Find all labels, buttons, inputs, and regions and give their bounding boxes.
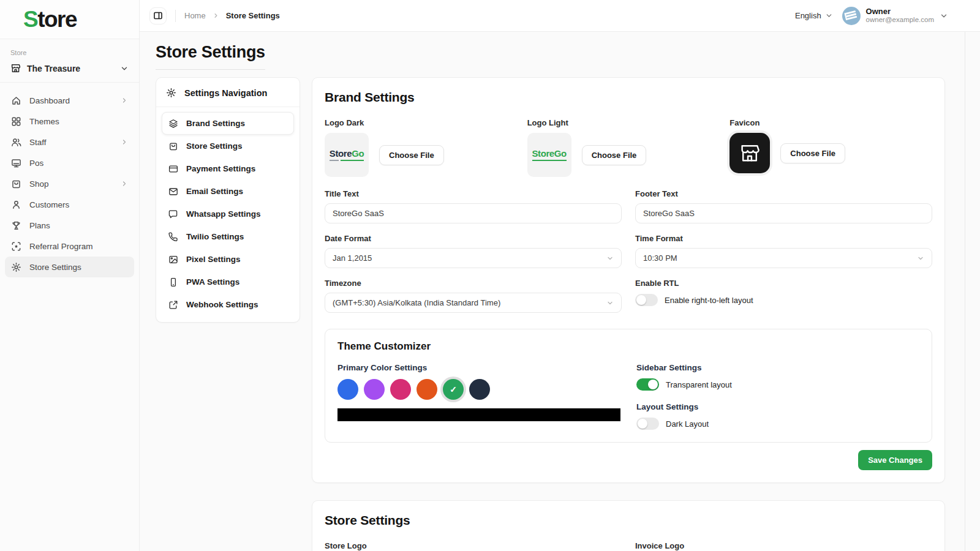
timezone-select[interactable]: (GMT+5:30) Asia/Kolkata (India Standard … [325,293,622,313]
settings-nav-item-email[interactable]: Email Settings [162,180,294,203]
layout-settings-label: Layout Settings [636,402,919,411]
settings-nav-item-webhook[interactable]: Webhook Settings [162,293,294,316]
topbar: Home Store Settings English Owner owner@… [140,0,980,32]
settings-nav-item-store[interactable]: Store Settings [162,135,294,157]
store-selector[interactable]: The Treasure [10,63,129,73]
settings-nav-item-whatsapp[interactable]: Whatsapp Settings [162,203,294,225]
date-format-select[interactable]: Jan 1,2015 [325,248,622,268]
sidebar-item-customers[interactable]: Customers [5,194,134,215]
sidebar-item-label: Staff [29,138,47,147]
sidebar-item-staff[interactable]: Staff [5,132,134,152]
footer-text-input[interactable] [635,203,932,223]
sidebar-item-label: Themes [29,117,59,126]
app-root: Store Store The Treasure Dashbo [0,0,980,551]
logo-light-preview: StoreGo [527,133,571,177]
sidebar-item-shop[interactable]: Shop [5,173,134,194]
page-title: Store Settings [156,43,265,70]
sidebar-item-referral-program[interactable]: Referral Program [5,236,134,257]
sidebar: Store Store The Treasure Dashbo [0,0,140,551]
settings-nav-item-brand[interactable]: Brand Settings [162,112,294,135]
scrollbar-track[interactable] [965,32,965,551]
app-logo[interactable]: Store [0,0,139,39]
title-text-field-group: Title Text [325,189,622,223]
color-swatch-blue[interactable] [337,379,358,400]
breadcrumb-home[interactable]: Home [184,11,206,20]
logo-tagline [532,160,567,161]
time-format-field-group: Time Format 10:30 PM [635,234,932,268]
app-logo-accent: S [23,7,37,32]
transparent-layout-label: Transparent layout [666,380,732,389]
logo-dark-choose-file-button[interactable]: Choose File [379,145,444,165]
logo-preview-go: Go [554,148,567,159]
settings-nav-item-twilio[interactable]: Twilio Settings [162,225,294,248]
transparent-layout-toggle[interactable] [636,378,659,391]
settings-navigation-card: Settings Navigation Brand Settings Store… [156,77,300,323]
image-icon [168,255,178,264]
settings-nav-item-payment[interactable]: Payment Settings [162,157,294,180]
dark-layout-toggle[interactable] [636,418,659,430]
storefront-icon [739,142,761,164]
favicon-label: Favicon [729,118,932,127]
color-swatch-pink[interactable] [390,379,411,400]
user-menu[interactable]: Owner owner@example.com [842,7,948,25]
color-swatch-orange[interactable] [417,379,437,400]
settings-nav-item-label: Brand Settings [186,119,245,128]
layout-settings-group: Layout Settings Dark Layout [636,402,919,430]
sidebar-settings-label: Sidebar Settings [636,363,919,372]
breadcrumb-current: Store Settings [226,11,280,20]
page-content: Store Settings Settings Navigation Brand… [140,32,980,551]
footer-text-field-group: Footer Text [635,189,932,223]
rtl-toggle[interactable] [635,294,658,306]
user-email: owner@example.com [866,16,934,24]
main-area: Home Store Settings English Owner owner@… [140,0,980,551]
trophy-icon [11,220,21,231]
sidebar-toggle-button[interactable] [149,7,167,24]
check-icon: ✓ [450,384,457,394]
grid-icon [11,116,21,127]
timezone-field-group: Timezone (GMT+5:30) Asia/Kolkata (India … [325,279,622,313]
favicon-choose-file-button[interactable]: Choose File [780,143,845,163]
color-swatch-purple[interactable] [364,379,385,400]
store-settings-title: Store Settings [325,513,932,528]
sidebar-item-dashboard[interactable]: Dashboard [5,90,134,111]
shopping-bag-icon [168,141,178,151]
color-swatch-navy[interactable] [469,379,490,400]
chevron-right-icon [213,12,219,19]
app-logo-rest: tore [37,7,77,32]
chevron-down-icon [120,64,129,73]
sidebar-item-label: Pos [29,159,43,168]
theme-customizer-title: Theme Customizer [337,340,919,353]
sidebar-item-label: Plans [29,221,50,230]
external-link-icon [168,300,178,310]
sidebar-item-themes[interactable]: Themes [5,111,134,132]
chevron-right-icon [121,97,128,104]
sidebar-item-store-settings[interactable]: Store Settings [5,257,134,277]
rtl-toggle-label: Enable right-to-left layout [665,296,753,305]
referral-icon [11,241,21,252]
chevron-down-icon [825,12,833,20]
favicon-preview [729,133,770,173]
breadcrumb: Home Store Settings [184,11,280,20]
settings-nav-header: Settings Navigation [156,78,300,107]
time-format-select[interactable]: 10:30 PM [635,248,932,268]
color-swatch-green-selected[interactable]: ✓ [443,379,464,400]
language-selector[interactable]: English [795,11,833,20]
logo-tagline [330,160,364,161]
storefront-icon [10,63,21,73]
logo-preview-s: Store [532,148,554,159]
color-swatches: ✓ [337,379,623,400]
settings-nav-item-pwa[interactable]: PWA Settings [162,271,294,293]
logo-light-choose-file-button[interactable]: Choose File [582,145,647,165]
store-settings-card: Store Settings Store Logo Invoice Logo [312,500,945,551]
custom-color-picker[interactable] [337,408,620,421]
settings-nav-item-pixel[interactable]: Pixel Settings [162,248,294,271]
sidebar-item-pos[interactable]: Pos [5,152,134,173]
settings-nav-item-label: Email Settings [186,187,243,196]
logo-uploads: Logo Dark StoreGo Choose File [325,118,932,177]
sidebar-item-plans[interactable]: Plans [5,215,134,236]
logo-preview-go: Go [352,148,364,159]
save-changes-button[interactable]: Save Changes [858,450,932,470]
logo-light-label: Logo Light [527,118,730,127]
gear-icon [11,262,21,272]
title-text-input[interactable] [325,203,622,223]
